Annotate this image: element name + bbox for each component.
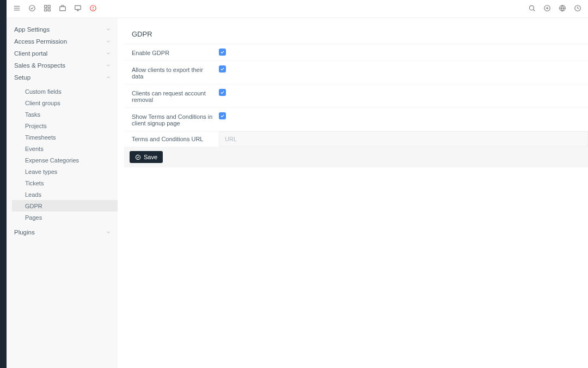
sub-item-leave-types[interactable]: Leave types [12,166,118,177]
svg-point-23 [136,155,140,159]
sub-item-projects[interactable]: Projects [12,120,118,131]
left-rail [0,0,7,368]
sub-item-tickets[interactable]: Tickets [12,177,118,189]
sub-item-custom-fields[interactable]: Custom fields [12,86,118,97]
chevron-down-icon [106,63,111,68]
sub-item-pages[interactable]: Pages [12,212,118,223]
chevron-down-icon [106,51,111,56]
grid-icon[interactable] [44,4,51,14]
settings-sidebar: App Settings Access Permission Client po… [7,18,118,368]
label-terms-signup: Show Terms and Conditions in client sign… [132,112,219,126]
sidebar-item-label: Client portal [14,50,47,57]
sub-item-tasks[interactable]: Tasks [12,108,118,120]
save-button-label: Save [144,154,157,160]
menu-icon[interactable] [13,4,21,14]
svg-rect-4 [45,5,47,7]
sub-item-client-groups[interactable]: Client groups [12,97,118,108]
label-export-data: Allow clients to export their data [132,65,219,80]
checkbox-account-removal[interactable] [219,89,226,96]
plus-circle-icon[interactable] [543,4,551,14]
svg-point-15 [529,5,534,10]
checkbox-export-data[interactable] [219,65,226,73]
svg-rect-9 [75,5,81,9]
gdpr-card: GDPR Enable GDPR Allow clients to export… [124,25,588,167]
topbar [7,0,588,18]
sidebar-item-label: Plugins [14,229,35,236]
sidebar-item-app-settings[interactable]: App Settings [7,23,118,35]
card-footer: Save [124,147,588,167]
page-title: GDPR [124,25,588,44]
label-account-removal: Clients can request account removal [132,89,219,103]
globe-icon[interactable] [559,4,566,14]
sidebar-item-label: Access Permission [14,38,67,45]
briefcase-icon[interactable] [59,4,66,14]
chevron-up-icon [106,75,111,80]
svg-rect-8 [60,7,66,11]
setup-submenu: Custom fields Client groups Tasks Projec… [12,86,118,223]
sidebar-item-setup[interactable]: Setup [7,71,118,83]
main-panel: GDPR Enable GDPR Allow clients to export… [118,18,588,368]
sidebar-item-access-permission[interactable]: Access Permission [7,35,118,47]
sidebar-item-label: Setup [14,74,30,81]
monitor-icon[interactable] [74,4,82,14]
label-enable-gdpr: Enable GDPR [132,49,219,56]
sidebar-item-label: App Settings [14,26,50,33]
svg-rect-5 [48,5,50,7]
chevron-down-icon [106,39,111,44]
chevron-down-icon [106,230,111,235]
svg-point-14 [93,9,94,10]
alert-icon[interactable] [89,4,97,14]
chevron-down-icon [106,27,111,32]
svg-rect-7 [48,9,50,11]
svg-line-16 [533,9,535,11]
row-terms-signup: Show Terms and Conditions in client sign… [124,108,588,131]
check-circle-icon [135,154,141,160]
sidebar-item-client-portal[interactable]: Client portal [7,47,118,59]
label-terms-url: Terms and Conditions URL [132,136,219,142]
sidebar-item-sales-prospects[interactable]: Sales & Prospects [7,59,118,71]
sub-item-events[interactable]: Events [12,143,118,154]
row-export-data: Allow clients to export their data [124,61,588,85]
sub-item-leads[interactable]: Leads [12,189,118,200]
check-circle-icon[interactable] [28,4,36,14]
save-button[interactable]: Save [130,151,163,163]
sub-item-timesheets[interactable]: Timesheets [12,131,118,143]
row-terms-url: Terms and Conditions URL [124,131,588,147]
sidebar-item-label: Sales & Prospects [14,62,65,69]
sub-item-gdpr[interactable]: GDPR [12,200,118,212]
checkbox-enable-gdpr[interactable] [219,49,226,56]
sidebar-item-plugins[interactable]: Plugins [7,226,118,238]
input-terms-url[interactable] [219,131,588,147]
search-icon[interactable] [528,4,536,14]
svg-rect-6 [45,9,47,11]
sub-item-expense-categories[interactable]: Expense Categories [12,154,118,166]
checkbox-terms-signup[interactable] [219,112,226,119]
row-enable-gdpr: Enable GDPR [124,44,588,61]
row-account-removal: Clients can request account removal [124,85,588,108]
svg-point-3 [29,5,35,11]
clock-icon[interactable] [574,4,581,14]
